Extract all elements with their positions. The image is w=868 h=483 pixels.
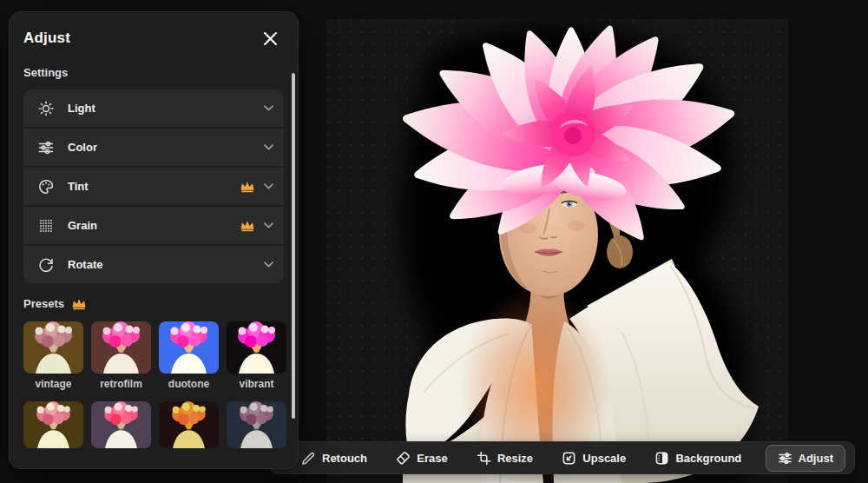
toolbar-item-upscale[interactable]: Upscale [556, 447, 631, 469]
grain-icon [38, 218, 54, 234]
setting-label: Color [68, 141, 264, 154]
preset-label: retrofilm [100, 378, 142, 390]
toolbar-label: Resize [497, 452, 533, 465]
toolbar-item-resize[interactable]: Resize [471, 447, 538, 469]
setting-row-color[interactable]: Color [23, 129, 284, 168]
preset-vibrant[interactable] [227, 321, 286, 374]
preset-duotone[interactable] [159, 321, 219, 374]
preset-retrofilm[interactable] [91, 321, 151, 374]
toolbar-label: Upscale [582, 452, 626, 465]
chevron-down-icon [264, 105, 273, 111]
setting-row-grain[interactable]: Grain [23, 207, 284, 246]
preset-label: vibrant [239, 378, 273, 390]
preset-thumb[interactable] [159, 401, 219, 448]
setting-row-light[interactable]: Light [23, 89, 284, 129]
chevron-down-icon [264, 261, 273, 268]
preset-label: vintage [35, 378, 71, 390]
bottom-toolbar: Retouch Erase Resize Upscale Background … [269, 441, 855, 474]
toolbar-label: Retouch [322, 452, 367, 465]
canvas-artwork [326, 19, 788, 483]
chevron-down-icon [264, 222, 273, 228]
preset-thumb[interactable] [227, 401, 286, 448]
toolbar-item-adjust[interactable]: Adjust [766, 445, 845, 472]
chevron-down-icon [264, 144, 273, 150]
preset-thumb[interactable] [91, 401, 151, 448]
setting-label: Rotate [68, 258, 264, 271]
preset-thumb[interactable] [23, 401, 83, 448]
sliders-icon [38, 140, 54, 155]
chevron-down-icon [264, 183, 273, 189]
upscale-icon [562, 451, 576, 466]
setting-row-tint[interactable]: Tint [23, 168, 284, 207]
adjust-panel: Adjust Settings Light Color [9, 11, 299, 469]
sun-icon [38, 101, 54, 116]
preset-vintage[interactable] [23, 321, 83, 374]
toolbar-item-background[interactable]: Background [649, 447, 746, 469]
toolbar-item-retouch[interactable]: Retouch [296, 447, 372, 469]
settings-list: Light Color Tint [23, 89, 284, 283]
pen-icon [301, 451, 316, 466]
crown-icon [240, 180, 255, 193]
palette-icon [38, 179, 54, 195]
crown-icon [71, 297, 87, 310]
toolbar-item-erase[interactable]: Erase [391, 447, 452, 469]
adjust-sliders-icon [778, 451, 792, 466]
crop-icon [477, 451, 491, 466]
presets-grid-row2 [23, 401, 284, 448]
eraser-icon [396, 451, 411, 466]
panel-title: Adjust [23, 30, 70, 47]
toolbar-label: Erase [417, 452, 447, 465]
image-canvas [326, 19, 788, 483]
presets-heading: Presets [23, 297, 64, 310]
setting-label: Grain [68, 219, 240, 232]
setting-row-rotate[interactable]: Rotate [23, 246, 284, 283]
settings-heading: Settings [23, 66, 284, 79]
presets-grid-row1: vintage retrofilm duotone vibrant [23, 321, 284, 390]
toolbar-label: Adjust [799, 452, 833, 465]
panel-scrollbar[interactable] [292, 73, 295, 419]
preset-label: duotone [168, 378, 209, 390]
background-icon [654, 451, 669, 466]
rotate-icon [38, 257, 54, 273]
toolbar-label: Background [675, 452, 741, 465]
setting-label: Tint [68, 180, 240, 193]
setting-label: Light [68, 102, 264, 115]
close-icon[interactable] [261, 30, 279, 47]
crown-icon [240, 219, 255, 232]
